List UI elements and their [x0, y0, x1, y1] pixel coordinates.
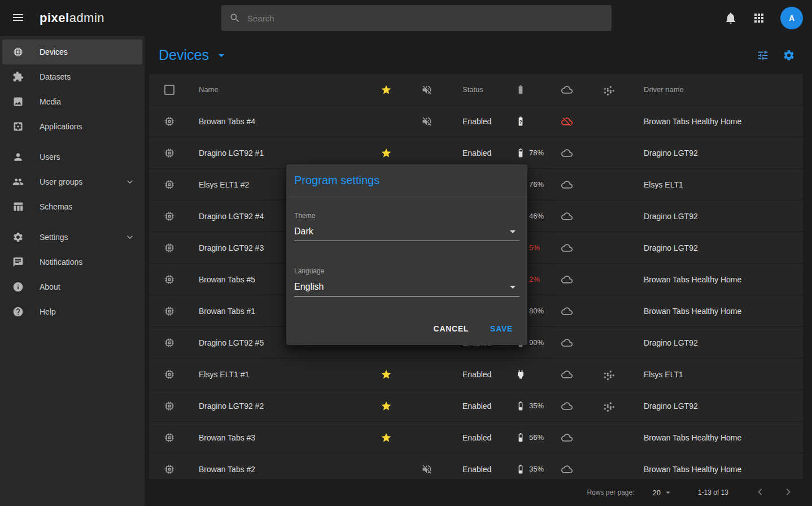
mesh-header-icon[interactable] [603, 84, 614, 95]
sidebar-item-notifications[interactable]: Notifications [2, 250, 142, 274]
cloud-icon [561, 211, 573, 222]
apps-grid-icon[interactable] [752, 11, 766, 25]
sidebar-nav: Devices Datasets Media Applications User… [0, 36, 145, 506]
hamburger-menu-icon[interactable] [9, 8, 27, 28]
device-driver: Dragino LGT92 [632, 338, 803, 347]
cloud-icon [561, 274, 573, 285]
theme-select[interactable]: Theme Dark [294, 212, 519, 241]
sidebar-item-datasets[interactable]: Datasets [2, 64, 142, 89]
select-all-checkbox[interactable] [164, 85, 174, 95]
chevron-right-icon [782, 485, 795, 499]
filter-tune-icon[interactable] [757, 49, 769, 62]
header-driver[interactable]: Driver name [632, 85, 803, 94]
header-status[interactable]: Status [448, 85, 507, 94]
topbar: pixeladmin A [0, 0, 812, 36]
device-row[interactable]: Dragino LGT92 #2 Enabled 35% Dragino LGT… [149, 390, 803, 422]
chevron-left-icon [753, 485, 767, 499]
device-name: Browan Tabs #2 [190, 465, 366, 474]
device-driver: Browan Tabs Healthy Home [632, 465, 803, 474]
cloud-off-icon [561, 116, 573, 127]
cloud-icon [561, 400, 573, 412]
star-icon[interactable] [381, 147, 392, 159]
pagination-range: 1-13 of 13 [698, 488, 728, 496]
device-driver: Dragino LGT92 [632, 149, 803, 158]
device-status: Enabled [448, 433, 507, 442]
app-logo-light: admin [69, 11, 104, 25]
device-row[interactable]: Elsys ELT1 #1 Enabled Elsys ELT1 [149, 359, 803, 390]
gear-icon [12, 232, 24, 243]
sidebar-item-schemas[interactable]: Schemas [2, 194, 142, 219]
sidebar-item-label: Applications [40, 122, 82, 131]
memory-icon [164, 116, 175, 127]
next-page-button[interactable] [782, 485, 795, 500]
chevron-down-icon [663, 487, 673, 498]
battery-indicator: ? [507, 116, 548, 127]
sidebar-item-user-groups[interactable]: User groups [2, 169, 142, 194]
muted-header-icon[interactable] [421, 84, 433, 95]
sidebar-item-media[interactable]: Media [2, 89, 142, 114]
topbar-actions: A [724, 7, 803, 29]
dialog-header: Program settings [286, 164, 527, 197]
battery-indicator [507, 369, 548, 380]
sidebar-item-devices[interactable]: Devices [2, 40, 142, 64]
program-settings-dialog: Program settings Theme Dark Language Eng… [286, 164, 527, 345]
device-name: Dragino LGT92 #2 [190, 402, 366, 411]
battery-indicator: 78% [507, 147, 548, 159]
device-status: Enabled [448, 370, 507, 379]
bell-icon[interactable] [724, 11, 737, 25]
grain-icon [603, 369, 614, 380]
star-icon[interactable] [381, 400, 392, 412]
header-name[interactable]: Name [190, 85, 366, 94]
previous-page-button[interactable] [753, 485, 767, 500]
sidebar-item-users[interactable]: Users [2, 145, 142, 169]
sidebar-item-about[interactable]: About [2, 274, 142, 299]
pagination-bar: Rows per page: 20 1-13 of 13 [145, 479, 812, 506]
sidebar-item-label: Devices [40, 47, 68, 56]
rows-per-page-label: Rows per page: [587, 488, 634, 496]
extension-icon [12, 71, 24, 82]
battery-indicator: 35% [507, 400, 548, 412]
star-icon[interactable] [381, 432, 392, 443]
device-driver: Dragino LGT92 [632, 243, 803, 252]
sidebar-item-help[interactable]: Help [2, 299, 142, 324]
battery-header-icon[interactable] [515, 84, 526, 95]
battery-icon [515, 147, 526, 159]
rows-per-page-select[interactable]: 20 [652, 487, 673, 498]
memory-icon [164, 432, 175, 443]
sidebar-item-settings[interactable]: Settings [2, 225, 142, 250]
settings-gear-icon[interactable] [783, 49, 795, 62]
device-row[interactable]: Browan Tabs #4 Enabled ? Browan Tabs Hea… [149, 106, 803, 137]
sidebar-item-label: About [40, 282, 60, 291]
star-icon[interactable] [381, 369, 392, 380]
chevron-down-icon [506, 225, 519, 238]
volume-off-icon [421, 116, 433, 127]
chat-icon [12, 256, 24, 268]
device-row[interactable]: Browan Tabs #3 Enabled 56% Browan Tabs H… [149, 422, 803, 453]
search-box[interactable] [221, 5, 612, 31]
memory-icon [164, 211, 175, 222]
device-driver: Elsys ELT1 [632, 180, 803, 189]
battery-percent: 90% [529, 338, 544, 347]
app-settings-icon [12, 121, 24, 132]
image-icon [12, 96, 24, 107]
favorite-header-icon[interactable] [381, 84, 392, 95]
app-logo-bold: pixel [40, 11, 69, 25]
sidebar-item-applications[interactable]: Applications [2, 114, 142, 139]
device-name: Dragino LGT92 #1 [190, 149, 366, 158]
battery-indicator: 56% [507, 432, 548, 443]
memory-icon [164, 306, 175, 317]
device-row[interactable]: Browan Tabs #2 Enabled 35% Browan Tabs H… [149, 453, 803, 479]
sidebar-item-label: User groups [40, 177, 82, 186]
save-button[interactable]: SAVE [481, 319, 522, 338]
avatar[interactable]: A [780, 7, 803, 29]
battery-icon [515, 369, 526, 380]
cloud-header-icon[interactable] [561, 84, 573, 95]
battery-percent: 76% [529, 180, 544, 189]
device-name: Elsys ELT1 #1 [190, 370, 366, 379]
title-dropdown-icon[interactable] [215, 49, 228, 62]
language-select[interactable]: Language English [294, 267, 519, 296]
cancel-button[interactable]: CANCEL [425, 319, 478, 338]
device-driver: Dragino LGT92 [632, 212, 803, 221]
search-input[interactable] [246, 13, 604, 24]
device-status: Enabled [448, 465, 507, 474]
